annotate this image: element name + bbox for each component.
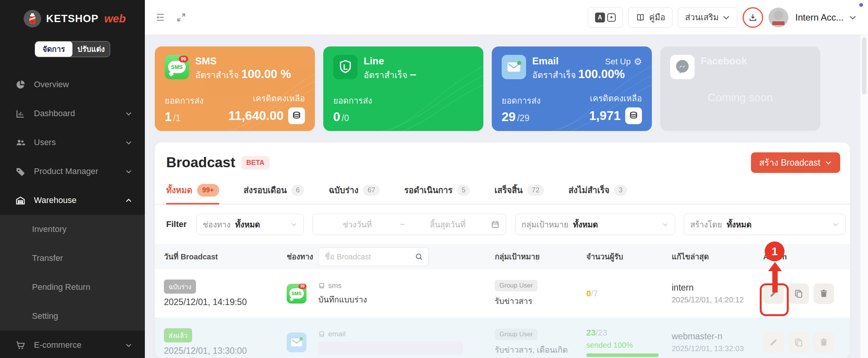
- broadcast-name-search-input[interactable]: [318, 247, 429, 266]
- sidebar-subitem-setting[interactable]: Setting: [0, 302, 145, 331]
- tab-pending[interactable]: รอดำเนินการ 5: [404, 184, 470, 205]
- table-header: วันที่ Broadcast ช่องทาง กลุ่มเป้าหมาย จ…: [155, 244, 850, 269]
- tab-label: ส่งไม่สำเร็จ: [568, 184, 610, 197]
- addons-button[interactable]: ส่วนเสริม: [678, 7, 737, 28]
- editor-name: intern: [672, 283, 755, 293]
- credit-label: เครดิตคงเหลือ: [228, 92, 305, 105]
- delete-button[interactable]: [813, 332, 834, 353]
- group-name: รับข่าวสาร: [495, 295, 586, 307]
- sidebar-item-label: Overview: [34, 80, 132, 90]
- manual-button[interactable]: คู่มือ: [628, 7, 672, 28]
- warehouse-submenu: Inventory Transfer Pending Return Settin…: [0, 215, 145, 331]
- tab-draft[interactable]: ฉบับร่าง 67: [329, 184, 380, 205]
- create-broadcast-button[interactable]: สร้าง Broadcast: [751, 152, 840, 173]
- group-badge: Group User: [495, 280, 537, 291]
- copy-icon: [794, 337, 804, 347]
- date-range-picker[interactable]: ช่วงวันที่ ~ สิ้นสุดวันที่: [313, 214, 506, 235]
- messenger-icon: [670, 55, 695, 79]
- coins-icon: [625, 107, 642, 124]
- sidebar-item-label: Users: [34, 137, 117, 147]
- pencil-icon: [769, 337, 778, 347]
- tab-label: รอดำเนินการ: [404, 184, 452, 197]
- sent-value: 29: [502, 110, 516, 124]
- editor-name: webmaster-n: [672, 331, 755, 342]
- empty-broadcast-name: [318, 342, 463, 355]
- translate-icon: A: [595, 13, 605, 22]
- date-end-placeholder: สิ้นสุดวันที่: [409, 218, 486, 231]
- scrollbar[interactable]: [860, 35, 868, 358]
- tab-finished[interactable]: เสร็จสิ้น 72: [494, 184, 544, 205]
- addons-label: ส่วนเสริม: [685, 11, 719, 24]
- broadcast-date: 2025/12/01, 13:30:00: [164, 346, 287, 356]
- sidebar-subitem-transfer[interactable]: Transfer: [0, 244, 145, 273]
- creator-filter-select[interactable]: สร้างโดย ทั้งหมด: [684, 214, 846, 235]
- edited-timestamp: 2025/12/01, 14:20:12: [672, 296, 755, 304]
- sent-label: ยอดการส่ง: [165, 94, 204, 107]
- tab-failed[interactable]: ส่งไม่สำเร็จ 3: [568, 184, 627, 205]
- copy-button[interactable]: [788, 332, 809, 353]
- download-button[interactable]: [743, 7, 763, 28]
- tab-label: ฉบับร่าง: [329, 184, 358, 197]
- edit-button[interactable]: [763, 332, 784, 353]
- beta-badge: BETA: [241, 156, 270, 169]
- tab-all[interactable]: ทั้งหมด 99+: [166, 184, 219, 205]
- search-icon: [414, 252, 424, 261]
- table-row[interactable]: ฉบับร่าง 2025/12/01, 14:19:50 SMS 99 sms…: [155, 269, 850, 318]
- tag-icon: [15, 166, 26, 177]
- user-menu-chevron-icon[interactable]: [849, 14, 857, 21]
- rate-value: –: [410, 67, 416, 81]
- sidebar-subitem-inventory[interactable]: Inventory: [0, 215, 145, 244]
- delete-button[interactable]: [813, 283, 834, 304]
- chevron-down-icon: [662, 221, 669, 228]
- rate-value: 100.00%: [578, 67, 625, 81]
- channel-filter-select[interactable]: ช่องทาง ทั้งหมด: [196, 214, 304, 235]
- sms-app-icon: SMS 99: [165, 55, 189, 79]
- sidebar-item-overview[interactable]: Overview: [0, 70, 145, 99]
- sidebar-item-ecommerce[interactable]: E-commerce: [0, 331, 145, 358]
- target-group-filter-select[interactable]: กลุ่มเป้าหมาย ทั้งหมด: [515, 214, 675, 235]
- mode-manage-button[interactable]: จัดการ: [35, 42, 72, 57]
- translate-button[interactable]: A ✦: [588, 7, 623, 28]
- fullscreen-icon[interactable]: [176, 12, 186, 22]
- progress-bar: [586, 353, 659, 357]
- table-row[interactable]: ส่งแล้ว 2025/12/01, 13:30:00 email Group…: [155, 318, 850, 358]
- sidebar: KETSHOP web จัดการ ปรับแต่ง Overview Das…: [0, 0, 145, 358]
- status-badge: ส่งแล้ว: [164, 328, 192, 342]
- manual-label: คู่มือ: [649, 11, 665, 24]
- rate-value: 100.00 %: [241, 67, 291, 81]
- sidebar-item-warehouse[interactable]: Warehouse: [0, 186, 145, 215]
- chevron-up-icon: [125, 197, 132, 204]
- tab-monthly[interactable]: ส่งรอบเดือน 6: [244, 184, 304, 205]
- email-setup-button[interactable]: Set Up ⚙: [605, 56, 642, 67]
- broadcast-date: 2025/12/01, 14:19:50: [164, 297, 287, 307]
- book-icon: [635, 13, 645, 22]
- sms-stat-card: SMS 99 SMS อัตราสำเร็จ100.00 % ยอดการส่ง…: [155, 46, 315, 131]
- filter-value: ทั้งหมด: [727, 218, 751, 231]
- channel-stat-cards: SMS 99 SMS อัตราสำเร็จ100.00 % ยอดการส่ง…: [155, 46, 820, 131]
- collapse-sidebar-icon[interactable]: [155, 12, 165, 22]
- broadcast-panel: Broadcast BETA สร้าง Broadcast ทั้งหมด 9…: [155, 142, 850, 358]
- sidebar-item-dashboard[interactable]: Dashboard: [0, 99, 145, 128]
- filter-value: ทั้งหมด: [573, 218, 598, 231]
- brand-logo[interactable]: KETSHOP web: [0, 0, 145, 27]
- sms-channel-icon: SMS 99: [287, 284, 306, 304]
- message-template-icon: [318, 282, 325, 289]
- avatar[interactable]: [769, 8, 788, 27]
- sidebar-item-product-manager[interactable]: Product Manager: [0, 157, 145, 186]
- create-broadcast-label: สร้าง Broadcast: [759, 156, 820, 169]
- mode-customize-button[interactable]: ปรับแต่ง: [72, 42, 110, 57]
- channel-type-label: sms: [328, 281, 342, 290]
- recipients-count: 0: [586, 289, 591, 298]
- sidebar-subitem-pending-return[interactable]: Pending Return: [0, 273, 145, 302]
- sidebar-item-users[interactable]: Users: [0, 128, 145, 157]
- topbar: A ✦ คู่มือ ส่วนเสริม Intern Acc...: [145, 0, 868, 35]
- users-icon: [15, 137, 26, 148]
- tab-label: เสร็จสิ้น: [494, 184, 523, 197]
- tab-count-badge: 67: [363, 185, 380, 196]
- sidebar-item-label: Product Manager: [34, 166, 117, 176]
- col-header-last-edited: แก้ไขล่าสุด: [672, 251, 755, 263]
- mode-toggle: จัดการ ปรับแต่ง: [35, 41, 110, 57]
- annotation-arrow-icon: [768, 262, 782, 271]
- notification-dot: [859, 3, 863, 7]
- copy-button[interactable]: [788, 283, 809, 304]
